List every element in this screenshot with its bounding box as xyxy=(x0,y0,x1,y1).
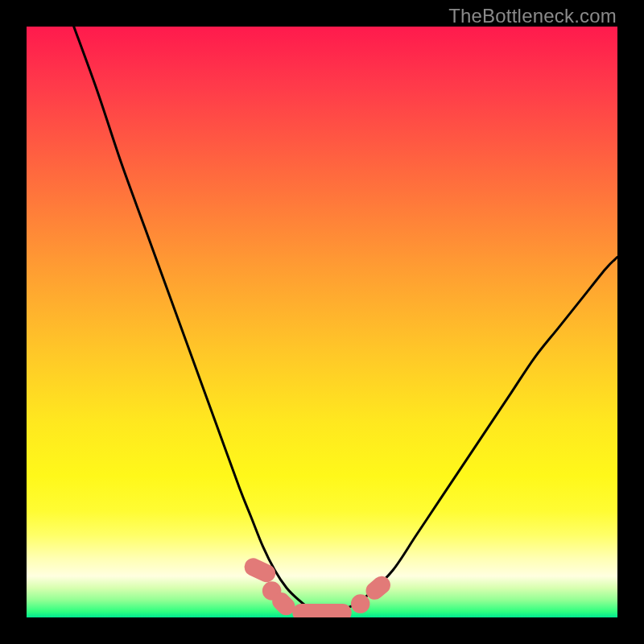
bottleneck-curve-svg xyxy=(27,27,617,617)
chart-frame: TheBottleneck.com xyxy=(0,0,644,644)
plot-area xyxy=(27,27,617,617)
marker-capsule xyxy=(242,555,279,585)
watermark-text: TheBottleneck.com xyxy=(448,5,617,27)
marker-capsule xyxy=(292,604,351,617)
bottleneck-curve xyxy=(74,27,617,612)
marker-group xyxy=(242,555,394,617)
marker-dot xyxy=(351,594,369,613)
